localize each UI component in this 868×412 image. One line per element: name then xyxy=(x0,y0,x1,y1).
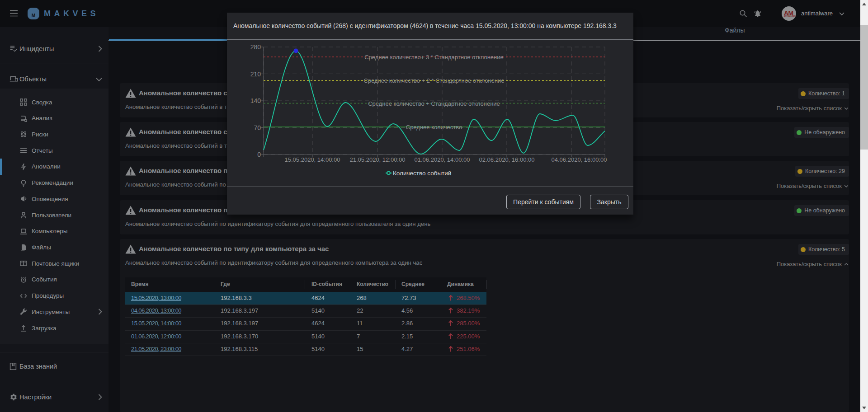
svg-text:Среднее количество + Стандартн: Среднее количество + Стандартное отклоне… xyxy=(368,100,500,107)
svg-text:21.05.2020, 12:00:00: 21.05.2020, 12:00:00 xyxy=(350,156,406,163)
svg-text:01.06.2020, 14:00:00: 01.06.2020, 14:00:00 xyxy=(415,156,470,163)
svg-text:Среднее количество: Среднее количество xyxy=(406,124,462,131)
svg-text:70: 70 xyxy=(254,124,261,131)
svg-text:15.05.2020, 14:00:00: 15.05.2020, 14:00:00 xyxy=(285,156,340,163)
svg-text:Количество событий: Количество событий xyxy=(393,170,451,177)
svg-text:04.06.2020, 16:00:00: 04.06.2020, 16:00:00 xyxy=(552,156,607,163)
svg-text:02.06.2020, 16:00:00: 02.06.2020, 16:00:00 xyxy=(479,156,535,163)
svg-text:140: 140 xyxy=(250,97,261,104)
svg-text:Среднее количество + 2 * Станд: Среднее количество + 2 * Стандартное отк… xyxy=(363,77,504,84)
svg-text:280: 280 xyxy=(250,43,261,51)
svg-text:0: 0 xyxy=(257,151,261,158)
svg-text:210: 210 xyxy=(250,70,261,78)
svg-text:Среднее количество+ 3 * Станда: Среднее количество+ 3 * Стандартное откл… xyxy=(364,54,504,61)
